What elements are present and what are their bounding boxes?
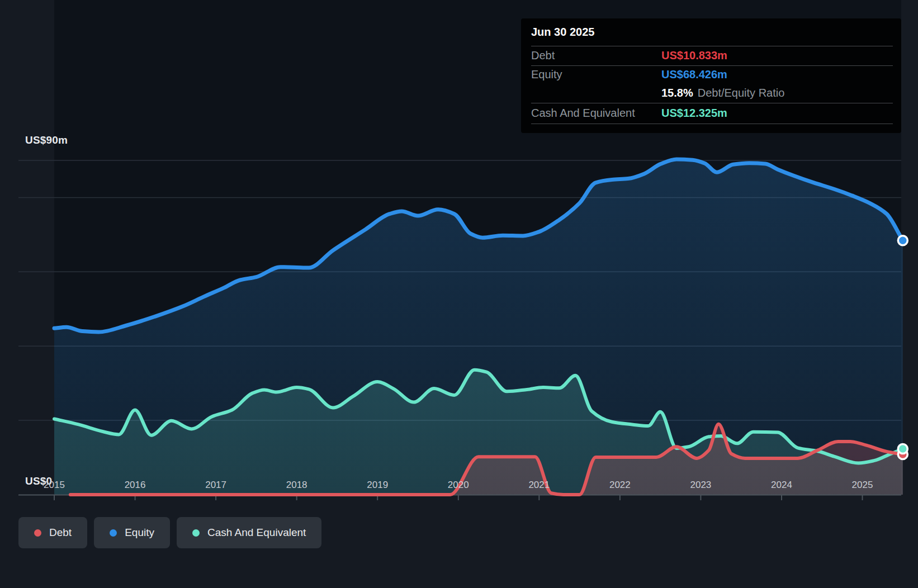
tooltip-ratio-row: 15.8%Debt/Equity Ratio <box>661 86 784 100</box>
x-tick-label-2023: 2023 <box>690 480 711 491</box>
equity-end-marker <box>898 236 907 245</box>
x-tick-label-2024: 2024 <box>771 480 792 491</box>
legend-item-equity[interactable]: Equity <box>94 517 170 548</box>
cash-dot-icon <box>192 529 200 537</box>
x-tick-label-2018: 2018 <box>286 480 307 491</box>
x-tick-label-2020: 2020 <box>448 480 469 491</box>
tooltip-equity-label: Equity <box>531 67 562 82</box>
tooltip-ratio-value: 15.8% <box>661 87 693 99</box>
tooltip-cash-label: Cash And Equivalent <box>531 106 635 120</box>
chart-legend: Debt Equity Cash And Equivalent <box>18 517 321 548</box>
legend-item-debt[interactable]: Debt <box>18 517 87 548</box>
x-tick-label-2015: 2015 <box>44 480 65 491</box>
legend-debt-label: Debt <box>49 527 72 539</box>
tooltip-separator <box>531 46 893 46</box>
legend-equity-label: Equity <box>125 527 154 539</box>
tooltip-separator <box>531 65 893 66</box>
debt-equity-history-page: US$90m US$0 2015201620172018201920202021… <box>0 0 918 588</box>
legend-cash-label: Cash And Equivalent <box>207 527 306 539</box>
tooltip-separator <box>531 124 893 124</box>
x-tick-label-2025: 2025 <box>852 480 873 491</box>
tooltip-separator <box>531 103 893 103</box>
tooltip-cash-value: US$12.325m <box>661 106 727 120</box>
tooltip-date: Jun 30 2025 <box>531 25 594 39</box>
x-tick-label-2021: 2021 <box>528 480 550 491</box>
tooltip-ratio-label: Debt/Equity Ratio <box>698 87 785 99</box>
x-tick-label-2022: 2022 <box>609 480 631 491</box>
tooltip-equity-value: US$68.426m <box>661 67 727 82</box>
debt-dot-icon <box>34 529 41 537</box>
x-tick-label-2017: 2017 <box>205 480 226 491</box>
chart-tooltip: Jun 30 2025 Debt US$10.833m Equity US$68… <box>521 18 901 133</box>
tooltip-debt-label: Debt <box>531 48 555 63</box>
x-tick-label-2019: 2019 <box>367 480 388 491</box>
x-tick-label-2016: 2016 <box>125 480 146 491</box>
tooltip-debt-value: US$10.833m <box>661 48 727 63</box>
y-axis-max-label: US$90m <box>25 134 68 146</box>
cash-and-equivalent-end-marker <box>898 444 907 454</box>
equity-dot-icon <box>110 529 117 537</box>
legend-item-cash[interactable]: Cash And Equivalent <box>177 517 321 548</box>
